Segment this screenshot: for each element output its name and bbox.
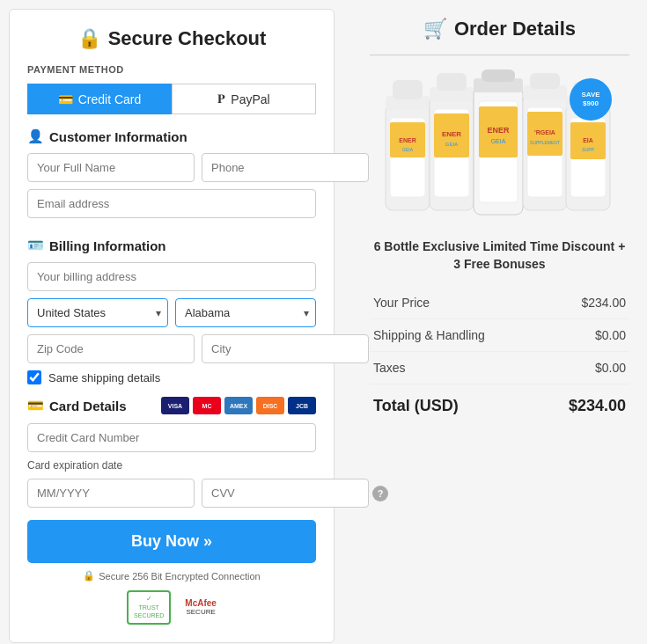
svg-text:'RGEIA: 'RGEIA [534,129,555,135]
customer-info-title: 👤 Customer Information [27,128,316,144]
order-divider [370,55,629,55]
card-icon: 💳 [27,398,44,413]
svg-rect-3 [393,80,423,99]
price-label-2: Taxes [370,352,538,384]
card-details-header: 💳 Card Details VISA MC AMEX DISC JCB [27,397,316,414]
zip-city-row [27,334,316,363]
tab-credit-card-label: Credit Card [78,92,142,106]
order-header: 🛒 Order Details [370,18,629,40]
person-icon: 👤 [27,128,44,144]
trust-secured-badge: ✓ TRUST SECURED [127,590,171,625]
expiry-section: Card expiration date ? [27,459,316,508]
secure-text: 🔒 Secure 256 Bit Encrypted Connection [27,570,316,582]
card-details-title: 💳 Card Details [27,398,127,413]
svg-text:GEIA: GEIA [490,138,505,144]
amex-icon: AMEX [224,397,253,414]
paypal-icon: 𝐏 [217,91,225,106]
price-label-1: Shipping & Handling [370,319,538,352]
checkout-title: Secure Checkout [108,27,267,50]
country-select[interactable]: United States [27,298,168,327]
tab-credit-card[interactable]: 💳 Credit Card [27,84,172,114]
visa-icon: VISA [161,397,189,414]
svg-text:ENER: ENER [399,137,415,143]
price-value-1: $0.00 [538,319,629,352]
payment-tabs: 💳 Credit Card 𝐏 PayPal [27,84,316,114]
mastercard-icon: MC [193,397,221,414]
country-select-wrap: United States [27,298,168,327]
payment-method-label: PAYMENT METHOD [27,64,316,75]
card-type-icons: VISA MC AMEX DISC JCB [161,397,316,414]
svg-text:SUPPLEMENT: SUPPLEMENT [530,140,560,145]
page-container: 🔒 Secure Checkout PAYMENT METHOD 💳 Credi… [9,9,638,643]
total-row: Total (USD) $234.00 [370,384,629,428]
svg-text:GEIA: GEIA [445,142,457,147]
svg-rect-10 [437,73,467,91]
cart-icon: 🛒 [423,18,447,40]
state-select-wrap: Alabama [175,298,316,327]
product-image-area: ENER GEIA ENER GEIA ENER GEIA [370,70,629,228]
order-panel: 🛒 Order Details ENER GEIA [352,9,638,643]
expiry-label: Card expiration date [27,459,316,472]
expiry-cvv-row: ? [27,479,316,508]
state-select[interactable]: Alabama [175,298,316,327]
product-description: 6 Bottle Exclusive Limited Time Discount… [370,238,629,273]
secured-icon: ✓ [134,595,164,604]
total-value: $234.00 [538,384,629,428]
email-input[interactable] [27,189,316,218]
price-value-2: $0.00 [538,352,629,384]
city-input[interactable] [202,334,369,363]
svg-text:EIA: EIA [583,137,593,143]
cvv-input[interactable] [202,479,369,508]
trust-badges: ✓ TRUST SECURED McAfee SECURE [27,590,316,625]
zip-input[interactable] [27,334,195,363]
full-name-input[interactable] [27,153,195,182]
total-label: Total (USD) [370,384,538,428]
same-shipping-checkbox[interactable] [27,370,41,384]
billing-info-title: 🪪 Billing Information [27,238,316,253]
table-row: Taxes $0.00 [370,352,629,384]
checkout-panel: 🔒 Secure Checkout PAYMENT METHOD 💳 Credi… [9,9,335,643]
same-shipping-label: Same shipping details [48,371,160,384]
svg-text:GEIA: GEIA [402,147,414,152]
svg-text:SUPP: SUPP [582,147,594,152]
tab-paypal-label: PayPal [231,92,269,106]
mcafee-badge: McAfee SECURE [185,598,217,616]
billing-address-input[interactable] [27,262,316,291]
checkout-header: 🔒 Secure Checkout [27,27,316,50]
card-number-input[interactable] [27,423,316,452]
jcb-icon: JCB [288,397,316,414]
table-row: Your Price $234.00 [370,287,629,319]
svg-rect-17 [482,70,515,82]
name-phone-row [27,153,316,182]
buy-now-button[interactable]: Buy Now » [27,520,316,563]
country-state-row: United States Alabama [27,298,316,327]
phone-input[interactable] [202,153,369,182]
expiry-input[interactable] [27,479,195,508]
price-table: Your Price $234.00 Shipping & Handling $… [370,287,629,428]
price-label-0: Your Price [370,287,538,319]
price-value-0: $234.00 [538,287,629,319]
table-row: Shipping & Handling $0.00 [370,319,629,352]
order-title: Order Details [454,18,576,40]
discover-icon: DISC [256,397,284,414]
svg-text:ENER: ENER [487,126,510,135]
svg-rect-24 [530,73,560,89]
save-badge: SAVE $900 [570,78,612,121]
shield-icon: 🔒 [83,570,95,582]
same-shipping-row: Same shipping details [27,370,316,384]
svg-text:ENER: ENER [441,130,460,138]
lock-icon: 🔒 [77,27,101,50]
tab-paypal[interactable]: 𝐏 PayPal [172,84,316,114]
credit-card-icon: 💳 [58,92,73,106]
billing-icon: 🪪 [27,238,44,253]
